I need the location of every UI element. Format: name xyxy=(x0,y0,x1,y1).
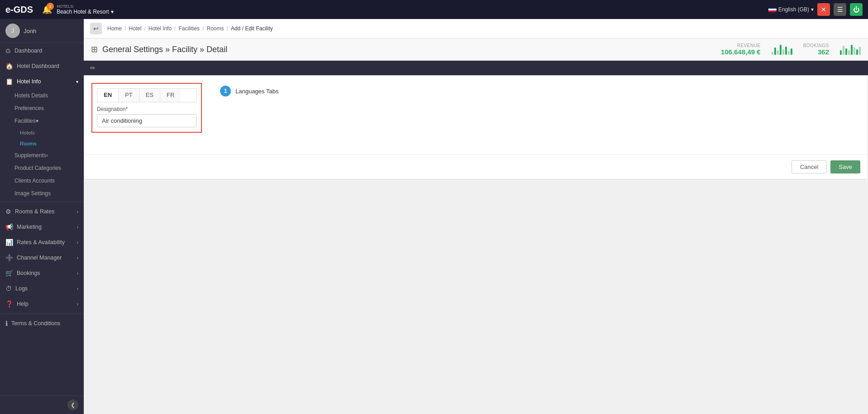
sidebar-label-hotels-details: Hotels Details xyxy=(14,92,48,99)
revenue-value: 106.648,49 € xyxy=(721,48,761,56)
lang-tab-fr[interactable]: FR xyxy=(160,89,181,102)
breadcrumb-back-btn[interactable]: ↩ xyxy=(90,23,102,34)
sidebar-item-marketing[interactable]: 📢 Marketing › xyxy=(0,219,84,235)
sidebar-item-preferences[interactable]: Preferences xyxy=(0,102,84,115)
revenue-bar xyxy=(782,49,784,55)
sidebar-item-rooms-rates[interactable]: ⚙ Rooms & Rates › xyxy=(0,204,84,219)
sep-5: / xyxy=(226,25,228,32)
terms-icon: ℹ xyxy=(5,320,8,327)
sidebar-item-logs[interactable]: ⏱ Logs › xyxy=(0,281,84,296)
logs-icon: ⏱ xyxy=(5,285,12,292)
hotel-dropdown-chevron[interactable]: ▾ xyxy=(111,9,114,15)
menu-btn[interactable]: ☰ xyxy=(834,3,846,16)
bookings-bar xyxy=(859,47,861,55)
sidebar-label-preferences: Preferences xyxy=(14,105,44,111)
sidebar-label-bookings: Bookings xyxy=(17,270,40,276)
power-btn[interactable]: ⏻ xyxy=(850,3,863,16)
hotel-info-icon: 📋 xyxy=(5,78,13,85)
highlighted-lang-section: EN PT ES FR Designation* xyxy=(91,83,202,133)
sidebar-label-product-categories: Product Categories xyxy=(14,165,61,171)
sidebar-username: Jonh xyxy=(24,28,36,34)
help-chevron: › xyxy=(77,302,78,307)
sidebar-item-terms[interactable]: ℹ Terms & Conditions xyxy=(0,316,84,331)
language-selector[interactable]: English (GB) ▾ xyxy=(768,6,814,13)
sidebar-label-hotels: Hotels xyxy=(20,130,35,135)
sidebar-label-clients-accounts: Clients Accounts xyxy=(14,178,55,184)
sidebar-item-hotel-dashboard[interactable]: 🏠 Hotel Dashboard xyxy=(0,58,84,74)
close-btn[interactable]: ✕ xyxy=(817,3,830,16)
sidebar-item-dashboard[interactable]: ⊙ Dashboard xyxy=(0,43,84,58)
sidebar-label-rates-availability: Rates & Availability xyxy=(17,239,65,246)
rates-availability-icon: 📊 xyxy=(5,239,13,246)
main-form-container: EN PT ES FR Designation* 1 xyxy=(84,75,868,179)
hotel-name[interactable]: Beach Hotel & Resort ▾ xyxy=(57,9,113,15)
revenue-label: REVENUE xyxy=(737,43,761,48)
language-chevron: ▾ xyxy=(811,6,814,13)
sidebar-item-facilities[interactable]: Facilities ▾ xyxy=(0,115,84,127)
hotel-info-block: HOTELS: Beach Hotel & Resort ▾ xyxy=(57,4,113,15)
help-icon: ❓ xyxy=(5,300,13,308)
page-title-icon: ⊞ xyxy=(91,44,98,54)
sidebar-item-supplements[interactable]: Supplements › xyxy=(0,149,84,162)
sidebar-item-image-settings[interactable]: Image Settings xyxy=(0,187,84,200)
lang-tab-pt[interactable]: PT xyxy=(119,89,139,102)
cancel-button[interactable]: Cancel xyxy=(791,160,827,173)
sidebar-item-hotels-details[interactable]: Hotels Details xyxy=(0,89,84,102)
sidebar-item-rates-availability[interactable]: 📊 Rates & Availability › xyxy=(0,235,84,250)
bookings-bar xyxy=(840,50,842,55)
sidebar-collapse-btn[interactable]: ❮ xyxy=(67,400,78,410)
lang-tab-en[interactable]: EN xyxy=(97,89,119,102)
sidebar-label-terms: Terms & Conditions xyxy=(11,320,60,327)
breadcrumb-facilities[interactable]: Facilities xyxy=(178,25,200,32)
sidebar-item-rooms[interactable]: Rooms xyxy=(0,138,84,149)
sidebar-item-channel-manager[interactable]: ➕ Channel Manager › xyxy=(0,250,84,265)
app-brand: e-GDS xyxy=(5,5,33,15)
save-button[interactable]: Save xyxy=(830,160,860,173)
revenue-bar xyxy=(785,47,787,55)
rates-availability-chevron: › xyxy=(77,240,78,245)
sidebar-bottom: ❮ xyxy=(0,395,84,414)
sidebar-item-hotel-info[interactable]: 📋 Hotel Info ▾ xyxy=(0,74,84,89)
breadcrumb-home[interactable]: Home xyxy=(107,25,122,32)
designation-input[interactable] xyxy=(97,114,197,127)
sidebar-label-facilities: Facilities xyxy=(14,118,36,124)
sidebar-item-product-categories[interactable]: Product Categories xyxy=(0,162,84,174)
dashboard-icon: ⊙ xyxy=(5,47,11,54)
lang-tab-es[interactable]: ES xyxy=(139,89,160,102)
sidebar-item-bookings[interactable]: 🛒 Bookings › xyxy=(0,265,84,281)
sidebar-item-help[interactable]: ❓ Help › xyxy=(0,296,84,312)
breadcrumb-current: Add / Edit Facility xyxy=(231,25,273,32)
marketing-icon: 📢 xyxy=(5,223,13,231)
sidebar-user: J Jonh xyxy=(0,19,84,43)
bookings-bar xyxy=(845,48,847,55)
bookings-bar xyxy=(856,49,858,55)
designation-field-group: Designation* xyxy=(97,106,197,127)
sidebar-label-supplements: Supplements xyxy=(14,152,46,159)
content-area: ↩ Home / Hotel / Hotel Info / Facilities… xyxy=(84,19,868,414)
supplements-chevron: › xyxy=(46,152,48,159)
form-footer: Cancel Save xyxy=(84,154,868,179)
rooms-rates-icon: ⚙ xyxy=(5,208,11,215)
bookings-value: 362 xyxy=(818,48,829,56)
sidebar-item-hotels[interactable]: Hotels xyxy=(0,127,84,138)
breadcrumb: ↩ Home / Hotel / Hotel Info / Facilities… xyxy=(84,19,868,39)
channel-manager-icon: ➕ xyxy=(5,254,13,261)
revenue-bar xyxy=(777,50,779,55)
navbar-right: English (GB) ▾ ✕ ☰ ⏻ xyxy=(768,3,863,16)
sep-2: / xyxy=(144,25,145,32)
sep-1: / xyxy=(125,25,126,32)
sidebar-item-clients-accounts[interactable]: Clients Accounts xyxy=(0,174,84,187)
bookings-bar xyxy=(843,46,844,55)
bookings-chevron: › xyxy=(77,271,78,276)
breadcrumb-hotel[interactable]: Hotel xyxy=(129,25,141,32)
revenue-bar xyxy=(791,48,792,55)
breadcrumb-rooms[interactable]: Rooms xyxy=(206,25,224,32)
page-header: ⊞ General Settings » Facility » Detail R… xyxy=(84,39,868,61)
revenue-stat: REVENUE 106.648,49 € xyxy=(721,43,761,56)
edit-icon[interactable]: ✏ xyxy=(90,64,96,72)
edit-bar: ✏ xyxy=(84,61,868,75)
tooltip-number: 1 xyxy=(220,86,231,96)
notification-bell[interactable]: 🔔 1 xyxy=(42,5,52,14)
sidebar: J Jonh ⊙ Dashboard 🏠 Hotel Dashboard 📋 H… xyxy=(0,19,84,414)
breadcrumb-hotel-info[interactable]: Hotel Info xyxy=(149,25,172,32)
